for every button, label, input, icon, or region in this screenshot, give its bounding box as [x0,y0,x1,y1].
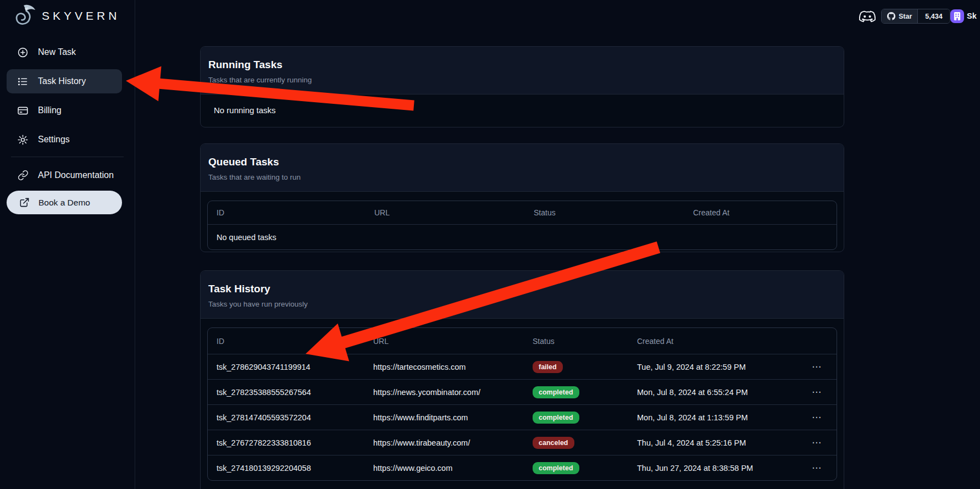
column-header-id: ID [208,337,364,346]
table-row[interactable]: tsk_274180139292204058 https://www.geico… [208,455,837,480]
row-actions-button[interactable]: ⋯ [812,362,827,372]
row-actions-cell: ⋯ [788,361,837,373]
created-at-cell: Mon, Jul 8, 2024 at 6:55:24 PM [628,388,788,397]
plus-circle-icon [17,47,29,58]
external-link-icon [19,197,30,208]
table-row[interactable]: tsk_276727822333810816 https://www.tirab… [208,430,837,455]
row-actions-cell: ⋯ [788,386,837,398]
task-id-cell: tsk_278235388555267564 [208,388,364,397]
column-header-url: URL [364,337,524,346]
row-actions-button[interactable]: ⋯ [812,437,827,448]
dragon-logo-icon [12,3,37,29]
brand-name: SKYVERN [42,9,120,23]
sidebar-item-task-history[interactable]: Task History [7,69,122,93]
sidebar-item-label: Settings [38,135,70,145]
running-tasks-header: Running Tasks Tasks that are currently r… [201,47,844,95]
queued-tasks-card: Queued Tasks Tasks that are waiting to r… [200,143,844,252]
user-menu-label[interactable]: Sk [967,12,977,20]
sidebar-item-label: API Documentation [38,170,114,180]
table-header-row: ID URL Status Created At [208,328,837,354]
task-history-header: Task History Tasks you have run previous… [201,271,844,319]
empty-row: No queued tasks [208,224,837,249]
list-icon [17,76,29,87]
running-tasks-body: No running tasks [201,95,844,127]
status-badge: completed [533,412,579,424]
status-badge: canceled [533,437,574,449]
task-history-table: ID URL Status Created At tsk_27862904374… [207,327,837,481]
task-history-rows: tsk_278629043741199914 https://tartecosm… [208,354,837,480]
task-status-cell: failed [524,361,628,373]
column-header-created-at: Created At [684,208,837,217]
github-star-widget[interactable]: Star 5,434 [881,9,950,24]
sidebar-divider [11,157,124,157]
empty-state-text: No queued tasks [208,233,837,242]
queued-tasks-body: ID URL Status Created At No queued tasks [201,192,844,252]
row-actions-cell: ⋯ [788,462,837,474]
sidebar-item-settings[interactable]: Settings [7,127,122,152]
book-a-demo-label: Book a Demo [38,198,90,208]
avatar[interactable] [950,9,964,23]
column-header-status: Status [524,337,628,346]
task-history-card: Task History Tasks you have run previous… [200,270,844,489]
table-row[interactable]: tsk_278629043741199914 https://tartecosm… [208,354,837,379]
created-at-cell: Thu, Jun 27, 2024 at 8:38:58 PM [628,464,788,473]
column-header-status: Status [525,208,684,217]
book-a-demo-button[interactable]: Book a Demo [7,191,122,214]
task-status-cell: completed [524,386,628,398]
main-content: Running Tasks Tasks that are currently r… [135,0,980,489]
task-url-cell: https://tartecosmetics.com [364,363,524,371]
task-history-body: ID URL Status Created At tsk_27862904374… [201,319,844,489]
sidebar-item-api-documentation[interactable]: API Documentation [7,163,122,187]
link-icon [17,170,29,181]
row-actions-cell: ⋯ [788,412,837,423]
card-title: Queued Tasks [208,156,830,168]
table-row[interactable]: tsk_278235388555267564 https://news.ycom… [208,379,837,404]
table-row[interactable]: tsk_278147405593572204 https://www.findi… [208,404,837,430]
github-star-label: Star [899,13,912,20]
column-header-created-at: Created At [628,337,788,346]
row-actions-button[interactable]: ⋯ [812,387,827,397]
column-header-id: ID [208,208,366,217]
task-status-cell: completed [524,412,628,424]
task-id-cell: tsk_278629043741199914 [208,363,364,371]
task-status-cell: completed [524,462,628,474]
running-tasks-card: Running Tasks Tasks that are currently r… [200,46,844,127]
row-actions-button[interactable]: ⋯ [812,463,827,473]
card-title: Task History [208,283,830,295]
discord-icon[interactable] [859,10,876,23]
github-star-count[interactable]: 5,434 [917,9,949,23]
skyvern-logo[interactable]: SKYVERN [12,3,120,29]
status-badge: completed [533,386,579,398]
credit-card-icon [17,105,29,116]
task-status-cell: canceled [524,437,628,449]
table-header-row: ID URL Status Created At [208,201,837,224]
sidebar-item-billing[interactable]: Billing [7,98,122,123]
task-url-cell: https://www.finditparts.com [364,413,524,422]
task-url-cell: https://news.ycombinator.com/ [364,388,524,397]
queued-tasks-table: ID URL Status Created At No queued tasks [207,201,837,250]
card-subtitle: Tasks that are currently running [208,76,830,84]
task-url-cell: https://www.geico.com [364,464,524,473]
task-id-cell: tsk_274180139292204058 [208,464,364,473]
created-at-cell: Tue, Jul 9, 2024 at 8:22:59 PM [628,363,788,371]
github-star-button[interactable]: Star [882,9,917,23]
queued-tasks-header: Queued Tasks Tasks that are waiting to r… [201,144,844,192]
gear-icon [17,134,29,146]
topbar: Star 5,434 Sk [135,0,980,32]
status-badge: failed [533,361,563,373]
sidebar-item-label: Billing [38,105,62,115]
task-id-cell: tsk_276727822333810816 [208,438,364,447]
github-icon [887,12,895,20]
row-actions-button[interactable]: ⋯ [812,412,827,423]
card-subtitle: Tasks you have run previously [208,300,830,308]
sidebar-item-new-task[interactable]: New Task [7,40,122,64]
column-header-url: URL [366,208,525,217]
created-at-cell: Thu, Jul 4, 2024 at 5:25:16 PM [628,438,788,447]
sidebar-item-label: Task History [38,76,86,86]
status-badge: completed [533,462,579,474]
card-subtitle: Tasks that are waiting to run [208,173,830,181]
sidebar: SKYVERN New Task Task History Billing [0,0,135,489]
empty-state-text: No running tasks [207,103,837,118]
row-actions-cell: ⋯ [788,437,837,448]
task-id-cell: tsk_278147405593572204 [208,413,364,422]
